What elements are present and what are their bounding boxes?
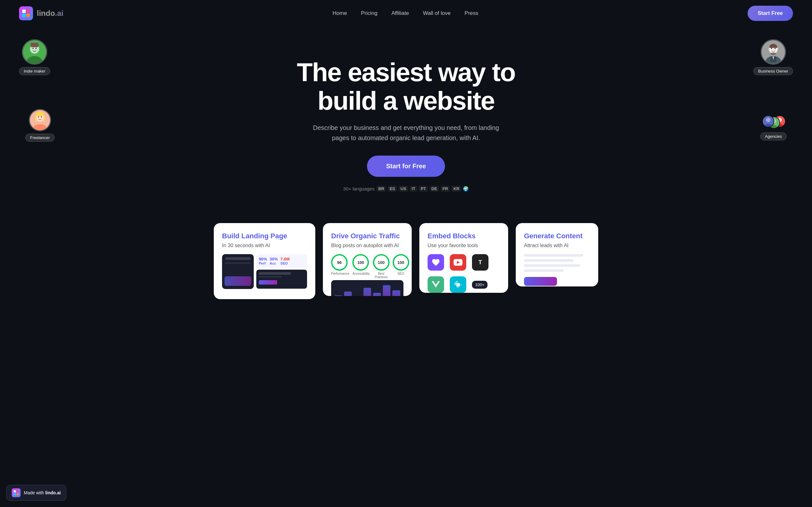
lang-es: ES — [388, 186, 397, 192]
svg-point-22 — [771, 48, 772, 49]
svg-rect-1 — [26, 9, 30, 13]
logo-text: lindo.ai — [37, 9, 63, 18]
nav-wall-of-love[interactable]: Wall of love — [423, 10, 450, 16]
hero-subtext: Describe your business and get everythin… — [305, 123, 507, 143]
indie-maker-avatar-group: Indie maker — [19, 39, 50, 75]
svg-point-9 — [36, 48, 37, 49]
svg-marker-36 — [432, 281, 440, 288]
card-generate-title: Generate Content — [524, 232, 590, 240]
nav-cta-button[interactable]: Start Free — [748, 6, 793, 21]
card-embed-blocks: Embed Blocks Use your favorite tools T ❄… — [419, 223, 508, 293]
seo-scores-row: 96 Performance 100 Accessibility 100 Bes… — [331, 254, 403, 279]
logo-link[interactable]: lindo.ai — [19, 6, 63, 20]
card-embed-title: Embed Blocks — [427, 232, 500, 240]
seo-performance: 96 — [331, 254, 348, 271]
svg-point-15 — [38, 116, 39, 118]
lang-us: US — [399, 186, 408, 192]
made-badge-text: Made with lindo.ai — [24, 490, 61, 495]
card-landing-mockup: 96%Perf 30%Acc 7.6MSEO — [222, 254, 307, 289]
embed-icons-row: T ❄ 100+ — [427, 254, 500, 293]
card-generate-sub: Attract leads with AI — [524, 243, 590, 248]
indie-maker-avatar — [22, 39, 47, 65]
nav-affiliate[interactable]: Affiliate — [392, 10, 409, 16]
mock-dark-ui — [222, 254, 254, 289]
embed-icon-v — [427, 276, 444, 293]
mock-mobile-preview — [256, 270, 307, 289]
embed-icon-heart — [427, 254, 444, 271]
svg-rect-40 — [14, 493, 16, 495]
svg-point-23 — [774, 48, 775, 49]
hero-cta-button[interactable]: Start for Free — [367, 156, 445, 177]
lang-it: IT — [410, 186, 417, 192]
mock-stats: 96%Perf 30%Acc 7.6MSEO — [256, 254, 307, 289]
bar-4 — [363, 288, 371, 296]
lang-br: BR — [376, 186, 386, 192]
mock-stats-top: 96%Perf 30%Acc 7.6MSEO — [256, 254, 307, 268]
svg-rect-39 — [16, 490, 19, 493]
card-embed-sub: Use your favorite tools — [427, 243, 500, 248]
embed-icon-asterisk: ❄ — [450, 276, 466, 293]
bar-7 — [392, 290, 400, 296]
lang-kr: KR — [451, 186, 461, 192]
embed-icon-youtube — [450, 254, 466, 271]
lang-tags-list: BR ES US IT PT DE FR KR 🌍 — [376, 186, 469, 192]
seo-score: 100 — [393, 254, 409, 271]
card-generate-content: Generate Content Attract leads with AI — [516, 223, 598, 286]
nav-links: Home Pricing Affiliate Wall of love Pres… — [333, 10, 478, 16]
business-owner-label: Business Owner — [753, 67, 793, 75]
agencies-label: Agencies — [760, 132, 786, 140]
nav-home[interactable]: Home — [333, 10, 347, 16]
logo-icon — [19, 6, 33, 20]
nav-pricing[interactable]: Pricing — [361, 10, 377, 16]
lang-pt: PT — [419, 186, 428, 192]
freelancer-label: Freelancer — [26, 134, 55, 142]
card-landing-page: Build Landing Page In 30 seconds with AI… — [214, 223, 315, 299]
card-traffic: Drive Organic Traffic Blog posts on auto… — [323, 223, 412, 296]
svg-rect-3 — [26, 14, 30, 17]
svg-point-28 — [766, 118, 770, 122]
feature-cards-section: Build Landing Page In 30 seconds with AI… — [0, 217, 812, 318]
svg-point-8 — [32, 48, 34, 49]
hero-headline: The easiest way to build a website — [297, 58, 515, 115]
seo-best-practices: 100 — [373, 254, 390, 271]
lang-de: DE — [429, 186, 439, 192]
made-with-badge: Made with lindo.ai — [6, 485, 66, 501]
card-traffic-sub: Blog posts on autopilot with AI — [331, 243, 403, 248]
business-owner-avatar — [761, 39, 786, 65]
agencies-avatars — [762, 115, 784, 130]
bar-2 — [344, 291, 352, 296]
hero-section: Indie maker Freelancer — [0, 26, 812, 217]
card-landing-title: Build Landing Page — [222, 232, 307, 240]
traffic-chart — [331, 280, 403, 296]
nav-press[interactable]: Press — [465, 10, 478, 16]
svg-point-17 — [36, 112, 44, 116]
svg-text:❄: ❄ — [456, 282, 460, 287]
svg-point-16 — [41, 116, 42, 118]
card-traffic-title: Drive Organic Traffic — [331, 232, 403, 240]
embed-badge-count: 100+ — [472, 281, 488, 289]
bar-1 — [334, 295, 342, 296]
freelancer-avatar — [29, 109, 51, 131]
card-landing-sub: In 30 seconds with AI — [222, 243, 307, 248]
svg-rect-41 — [16, 493, 19, 495]
navbar: lindo.ai Home Pricing Affiliate Wall of … — [0, 0, 812, 26]
bar-6 — [383, 285, 391, 296]
indie-maker-label: Indie maker — [19, 67, 50, 75]
freelancer-avatar-group: Freelancer — [26, 109, 55, 142]
business-owner-avatar-group: Business Owner — [753, 39, 793, 75]
lang-fr: FR — [441, 186, 450, 192]
svg-rect-10 — [31, 43, 39, 47]
agencies-avatar-group: Agencies — [760, 115, 786, 140]
svg-rect-0 — [22, 9, 26, 13]
made-badge-icon — [12, 488, 20, 497]
globe-icon: 🌍 — [463, 186, 469, 192]
svg-rect-2 — [22, 14, 26, 17]
seo-accessibility: 100 — [352, 254, 369, 271]
svg-rect-38 — [14, 490, 16, 493]
bar-5 — [373, 293, 381, 296]
hero-languages: 30+ languages BR ES US IT PT DE FR KR 🌍 — [343, 186, 469, 192]
embed-icon-typeform: T — [472, 254, 489, 271]
svg-point-26 — [770, 53, 776, 55]
